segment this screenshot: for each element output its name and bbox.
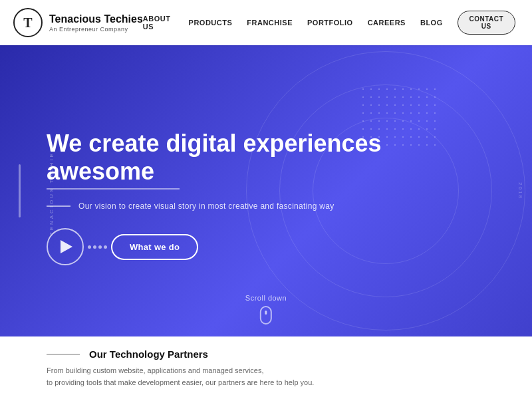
partners-header-row: Our Technology Partners: [47, 348, 485, 360]
nav-item-careers[interactable]: CAREERS: [368, 19, 406, 27]
contact-us-button[interactable]: CONTACT US: [458, 11, 515, 35]
play-icon: [61, 240, 72, 253]
hero-content: We create digital experiences awesome Ou…: [0, 116, 382, 266]
logo-title: Tenacious Techies: [49, 13, 143, 25]
partners-desc-line2: to providing tools that make development…: [47, 378, 314, 386]
hero-headline-line2: awesome: [47, 158, 154, 185]
what-we-do-button[interactable]: What we do: [111, 234, 198, 260]
partners-desc-line1: From building custom website, applicatio…: [47, 366, 264, 374]
vertical-text-right: 2018: [518, 182, 524, 200]
scroll-mouse-icon: [260, 306, 272, 325]
logo-icon: T: [13, 8, 43, 37]
hero-headline: We create digital experiences awesome: [47, 130, 382, 186]
nav-item-products[interactable]: PRODUCTS: [189, 19, 233, 27]
partners-section: Our Technology Partners From building cu…: [0, 336, 532, 399]
header: T Tenacious Techies An Entrepreneur Comp…: [0, 0, 532, 45]
hero-section: TENACIOUS TECHIES 2018 We create digital…: [0, 45, 532, 336]
nav-item-franchise[interactable]: FRANCHISE: [247, 19, 293, 27]
scroll-down-indicator[interactable]: Scroll down: [245, 294, 287, 325]
headline-underline: [47, 188, 180, 190]
partners-description: From building custom website, applicatio…: [47, 365, 485, 388]
hero-actions: What we do: [47, 228, 382, 265]
scroll-down-text: Scroll down: [245, 294, 287, 302]
hero-headline-line1: We create digital experiences: [47, 130, 382, 157]
connector-dots: [88, 245, 107, 249]
logo-subtitle: An Entrepreneur Company: [49, 26, 143, 33]
tagline-dash: [47, 205, 70, 207]
partners-dash: [47, 354, 80, 355]
partners-title: Our Technology Partners: [89, 348, 208, 360]
tagline-row: Our vision to create visual story in mos…: [47, 201, 382, 211]
play-button[interactable]: [47, 228, 84, 265]
nav-item-portfolio[interactable]: PORTFOLIO: [307, 19, 353, 27]
scroll-wheel: [265, 311, 267, 315]
logo-area[interactable]: T Tenacious Techies An Entrepreneur Comp…: [13, 8, 143, 37]
logo-text-block: Tenacious Techies An Entrepreneur Compan…: [49, 13, 143, 32]
nav-item-about[interactable]: ABOUT US: [143, 15, 174, 31]
hero-tagline: Our vision to create visual story in mos…: [78, 201, 334, 211]
main-nav: ABOUT US PRODUCTS FRANCHISE PORTFOLIO CA…: [143, 11, 532, 35]
logo-letter: T: [23, 15, 32, 31]
nav-item-blog[interactable]: BLOG: [420, 19, 443, 27]
